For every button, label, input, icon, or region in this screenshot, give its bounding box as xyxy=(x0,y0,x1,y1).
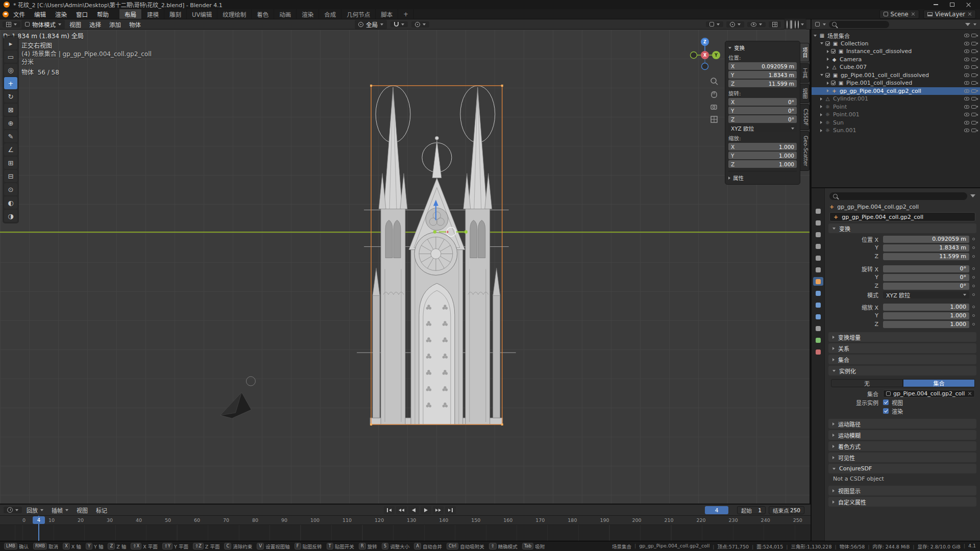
viewport-3d[interactable]: D: 1.834 m (1.834 m) 全局 正交右视图 (4) 场景集合 |… xyxy=(0,30,811,504)
sidebar-tab[interactable]: 视图 xyxy=(800,84,810,103)
timeline-menu[interactable]: 回放 xyxy=(23,506,47,514)
collapsed-section-header[interactable]: 集合 xyxy=(828,355,976,364)
hide-in-viewport-toggle[interactable] xyxy=(964,34,969,37)
tool-button[interactable]: ⊞ xyxy=(4,157,17,169)
outliner-row[interactable]: △ Cube.007 xyxy=(812,63,980,71)
tool-button[interactable]: ⊙ xyxy=(4,183,17,195)
blender-menu-icon[interactable] xyxy=(3,11,9,17)
workspace-tab[interactable]: 建模 xyxy=(142,9,164,19)
outliner-row[interactable]: ◆ Camera xyxy=(812,56,980,64)
viewport-menu[interactable]: 视图 xyxy=(66,20,85,29)
properties-tab[interactable] xyxy=(813,242,823,251)
previous-keyframe-button[interactable] xyxy=(396,506,407,514)
properties-tab[interactable] xyxy=(813,265,823,274)
properties-search-input[interactable] xyxy=(829,192,967,200)
frame-end-field[interactable]: 结束点250 xyxy=(769,506,804,514)
hide-in-viewport-toggle[interactable] xyxy=(964,42,969,45)
viewport-menu[interactable]: 添加 xyxy=(106,20,125,29)
clear-collection-icon[interactable] xyxy=(968,392,972,396)
sidebar-tab[interactable]: 项目 xyxy=(800,43,810,62)
disable-in-render-toggle[interactable] xyxy=(971,42,976,45)
timeline-ruler[interactable]: 0102030405060708090100110120130140150160… xyxy=(0,516,811,525)
disable-in-render-toggle[interactable] xyxy=(971,34,976,37)
collection-checkbox[interactable] xyxy=(825,73,830,78)
workspace-tab[interactable]: 动画 xyxy=(274,9,297,19)
instancing-option-button[interactable]: 集合 xyxy=(903,379,975,387)
tool-button[interactable]: ✎ xyxy=(4,130,17,142)
rendered-shading-button[interactable] xyxy=(798,21,799,28)
animate-property-dot[interactable] xyxy=(972,323,975,325)
timeline-menu[interactable]: 插帧 xyxy=(48,506,72,514)
transform-value-field[interactable]: X0.092059 m xyxy=(728,62,797,70)
jump-to-end-button[interactable] xyxy=(445,506,456,514)
current-frame-field[interactable]: 4 xyxy=(705,506,728,514)
collection-checkbox[interactable] xyxy=(831,49,836,54)
disable-in-render-toggle[interactable] xyxy=(971,121,976,124)
hide-in-viewport-toggle[interactable] xyxy=(964,49,969,53)
animate-property-dot[interactable] xyxy=(972,276,975,279)
timeline-menu[interactable]: 标记 xyxy=(92,506,111,514)
hide-in-viewport-toggle[interactable] xyxy=(964,129,969,132)
navigation-gizmo[interactable]: Z Y X xyxy=(687,35,723,73)
collapsed-section-header[interactable]: 关系 xyxy=(828,343,976,353)
transform-value-field[interactable]: Z0° xyxy=(728,115,797,123)
hide-in-viewport-toggle[interactable] xyxy=(964,81,969,85)
viewport-menu[interactable]: 选择 xyxy=(86,20,105,29)
outliner-editor-icon[interactable] xyxy=(815,22,820,27)
remove-view-layer-icon[interactable] xyxy=(968,12,972,16)
tool-button[interactable]: ◑ xyxy=(4,210,17,222)
animate-property-dot[interactable] xyxy=(972,238,975,240)
property-value-field[interactable]: 0° xyxy=(883,283,969,290)
disable-in-render-toggle[interactable] xyxy=(971,97,976,101)
tool-button[interactable]: ◎ xyxy=(4,64,17,76)
wireframe-shading-button[interactable] xyxy=(787,21,788,28)
show-instancer-viewport-checkbox[interactable] xyxy=(883,399,889,405)
collapsed-section-header[interactable]: 着色方式 xyxy=(828,441,976,451)
axis-z-neg-ball[interactable] xyxy=(702,63,708,70)
editor-type-button[interactable] xyxy=(3,21,20,28)
hide-in-viewport-toggle[interactable] xyxy=(964,73,969,77)
tool-button[interactable]: ▭ xyxy=(4,51,17,63)
show-instancer-render-checkbox[interactable] xyxy=(883,408,889,414)
disable-in-render-toggle[interactable] xyxy=(971,65,976,69)
outliner-row[interactable]: ☼ Sun xyxy=(812,119,980,127)
axis-y-neg-ball[interactable] xyxy=(691,52,697,59)
pan-button[interactable] xyxy=(709,89,719,98)
menubar-menu[interactable]: 编辑 xyxy=(30,9,51,19)
outliner-row[interactable]: ☼ Point xyxy=(812,103,980,111)
transform-value-field[interactable]: Y0° xyxy=(728,107,797,114)
hide-in-viewport-toggle[interactable] xyxy=(964,58,969,61)
view-layer-selector[interactable]: ViewLayer xyxy=(923,10,976,19)
collapsed-section-header[interactable]: 可见性 xyxy=(828,453,976,462)
playhead-frame-badge[interactable]: 4 xyxy=(33,516,45,524)
properties-tab[interactable] xyxy=(813,277,823,286)
transform-value-field[interactable]: Y1.8343 m xyxy=(728,71,797,79)
properties-tab[interactable] xyxy=(813,230,823,239)
object-name-field[interactable]: + gp_gp_Pipe.004_coll.gp2_coll xyxy=(829,212,975,221)
property-value-field[interactable]: 0° xyxy=(883,274,969,281)
collapsed-section-header[interactable]: 运动路径 xyxy=(828,419,976,429)
collection-checkbox[interactable] xyxy=(825,41,830,46)
instancing-section-header[interactable]: 实例化 xyxy=(828,366,976,375)
jump-to-start-button[interactable] xyxy=(384,506,395,514)
unlink-scene-icon[interactable] xyxy=(911,12,915,16)
solid-shading-button[interactable] xyxy=(790,20,793,29)
properties-tab[interactable] xyxy=(813,324,823,333)
properties-subpanel-collapsed[interactable]: 属性 xyxy=(728,171,797,182)
animate-property-dot[interactable] xyxy=(972,246,975,249)
animate-property-dot[interactable] xyxy=(972,267,975,270)
timeline-editor-type-button[interactable] xyxy=(4,507,22,513)
outliner-row[interactable]: ▣ Collection xyxy=(812,40,980,48)
blender-logo-icon[interactable] xyxy=(4,2,10,8)
properties-tab[interactable] xyxy=(813,312,823,321)
transform-value-field[interactable]: X0° xyxy=(728,98,797,106)
workspace-tab[interactable]: 渲染 xyxy=(297,9,319,19)
properties-tab[interactable] xyxy=(813,254,823,262)
collapsed-section-header[interactable]: 运动模糊 xyxy=(828,430,976,440)
outliner-row[interactable]: ☼ Sun.001 xyxy=(812,127,980,135)
tool-button[interactable]: ◐ xyxy=(4,196,17,209)
ortho-toggle-button[interactable] xyxy=(709,115,719,124)
disable-in-render-toggle[interactable] xyxy=(971,105,976,109)
material-shading-button[interactable] xyxy=(795,21,796,28)
snap-dropdown[interactable] xyxy=(390,21,408,27)
